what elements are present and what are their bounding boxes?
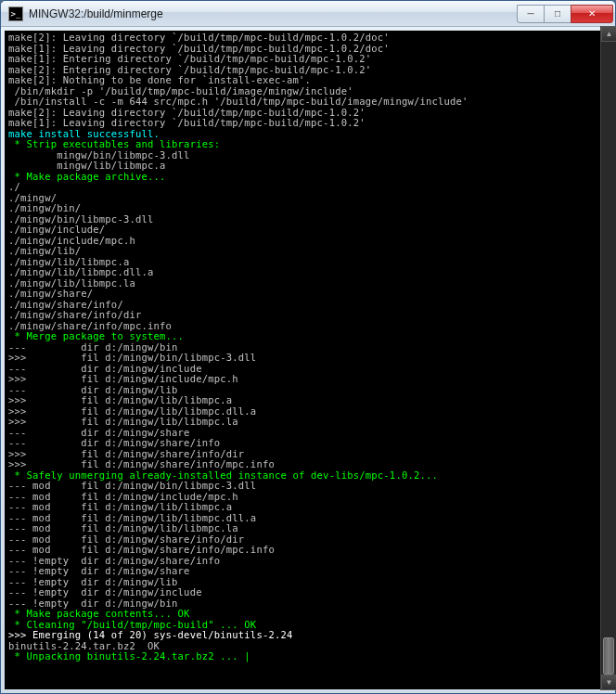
terminal-line: --- dir d:/mingw/bin: [8, 341, 178, 353]
terminal-line: /bin/mkdir -p '/build/tmp/mpc-build/imag…: [8, 85, 353, 96]
window-title: MINGW32:/build/minmerge: [29, 7, 518, 20]
terminal-line: >>> fil d:/mingw/share/info/dir: [8, 448, 244, 459]
terminal-line: >>> fil d:/mingw/lib/libmpc.dll.a: [8, 405, 256, 417]
terminal-line: ./mingw/lib/libmpc.dll.a: [8, 266, 154, 277]
terminal-line: --- !empty dir d:/mingw/share/info: [8, 555, 220, 566]
terminal-line: ./mingw/lib/libmpc.a: [8, 256, 129, 267]
terminal-line: * Safely unmerging already-installed ins…: [8, 469, 438, 481]
terminal-line: >>> fil d:/mingw/lib/libmpc.a: [8, 394, 232, 405]
terminal-line: --- mod fil d:/mingw/share/info/dir: [8, 533, 244, 545]
terminal-line: ./mingw/bin/libmpc-3.dll: [8, 213, 154, 225]
scrollbar: ▲ ▼: [600, 26, 616, 690]
terminal-line: --- !empty dir d:/mingw/lib: [8, 576, 178, 587]
terminal-line: ./mingw/lib/libmpc.la: [8, 277, 135, 289]
terminal-line: ./mingw/: [8, 192, 57, 203]
minimize-button[interactable]: ─: [517, 5, 545, 23]
terminal-line: --- dir d:/mingw/share/info: [8, 437, 220, 448]
terminal-line: * Unpacking binutils-2.24.tar.bz2 ... |: [8, 650, 250, 662]
terminal-line: ./mingw/bin/: [8, 202, 81, 213]
terminal-line: --- mod fil d:/mingw/share/info/mpc.info: [8, 544, 275, 555]
terminal-line: >>> Emerging (14 of 20) sys-devel/binuti…: [8, 629, 293, 640]
terminal-line: --- mod fil d:/mingw/lib/libmpc.a: [8, 501, 232, 512]
terminal-line: binutils-2.24.tar.bz2 OK: [8, 640, 160, 651]
terminal-line: * Cleaning "/build/tmp/mpc-build" ... OK: [8, 619, 256, 630]
terminal-line: --- dir d:/mingw/include: [8, 363, 202, 374]
window-controls: ─ □ ✕: [518, 5, 613, 23]
terminal-line: --- dir d:/mingw/share: [8, 427, 190, 438]
terminal-line: >>> fil d:/mingw/share/info/mpc.info: [8, 458, 275, 469]
terminal-line: --- mod fil d:/mingw/bin/libmpc-3.dll: [8, 480, 256, 491]
terminal-window: >_ MINGW32:/build/minmerge ─ □ ✕ make[2]…: [0, 0, 616, 694]
terminal-line: make[1]: Leaving directory `/build/tmp/m…: [8, 43, 390, 54]
terminal-line: make[2]: Nothing to be done for `install…: [8, 74, 311, 85]
terminal-line: make[1]: Entering directory `/build/tmp/…: [8, 53, 371, 64]
terminal-line: ./mingw/share/info/: [8, 299, 123, 310]
close-button[interactable]: ✕: [571, 5, 613, 23]
terminal-line: >>> fil d:/mingw/lib/libmpc.la: [8, 416, 238, 427]
titlebar[interactable]: >_ MINGW32:/build/minmerge ─ □ ✕: [1, 1, 615, 27]
terminal-line: * Make package archive...: [8, 171, 166, 182]
terminal-line: make[1]: Leaving directory `/build/tmp/m…: [8, 117, 366, 128]
terminal-content[interactable]: make[2]: Leaving directory `/build/tmp/m…: [5, 31, 611, 689]
terminal-line: /bin/install -c -m 644 src/mpc.h '/build…: [8, 96, 468, 107]
terminal-line: >>> fil d:/mingw/bin/libmpc-3.dll: [8, 352, 256, 363]
scroll-up-button[interactable]: ▲: [601, 26, 616, 42]
terminal-line: ./: [8, 181, 20, 192]
scroll-down-button[interactable]: ▼: [601, 675, 616, 690]
terminal-line: make[2]: Entering directory `/build/tmp/…: [8, 64, 371, 75]
terminal-line: --- !empty dir d:/mingw/share: [8, 565, 190, 576]
terminal-line: ./mingw/share/: [8, 288, 93, 299]
terminal-line: make install successfull.: [8, 128, 160, 139]
terminal-line: make[2]: Leaving directory `/build/tmp/m…: [8, 107, 366, 118]
terminal-line: >>> fil d:/mingw/include/mpc.h: [8, 373, 238, 384]
terminal-line: make[2]: Leaving directory `/build/tmp/m…: [8, 32, 390, 43]
terminal-line: --- mod fil d:/mingw/lib/libmpc.dll.a: [8, 512, 256, 523]
maximize-button[interactable]: □: [544, 5, 571, 23]
terminal-line: --- mod fil d:/mingw/lib/libmpc.la: [8, 522, 238, 533]
app-icon: >_: [8, 6, 23, 21]
terminal-line: --- !empty dir d:/mingw/include: [8, 586, 202, 598]
terminal-line: ./mingw/lib/: [8, 245, 81, 256]
terminal-output: make[2]: Leaving directory `/build/tmp/m…: [8, 32, 608, 662]
terminal-line: * Merge package to system...: [8, 330, 184, 341]
terminal-line: * Make package contents... OK: [8, 608, 190, 619]
terminal-line: --- dir d:/mingw/lib: [8, 384, 178, 395]
terminal-line: ./mingw/share/info/dir: [8, 309, 141, 320]
terminal-line: --- !empty dir d:/mingw/bin: [8, 598, 178, 609]
terminal-line: mingw/lib/libmpc.a: [8, 160, 166, 171]
terminal-line: --- mod fil d:/mingw/include/mpc.h: [8, 491, 238, 502]
terminal-line: * Strip executables and libraries:: [8, 138, 220, 149]
terminal-line: ./mingw/include/mpc.h: [8, 235, 135, 246]
terminal-line: ./mingw/include/: [8, 224, 105, 235]
scroll-thumb[interactable]: [603, 637, 614, 675]
terminal-line: mingw/bin/libmpc-3.dll: [8, 149, 190, 161]
terminal-line: ./mingw/share/info/mpc.info: [8, 320, 172, 331]
scroll-track[interactable]: [601, 42, 616, 675]
